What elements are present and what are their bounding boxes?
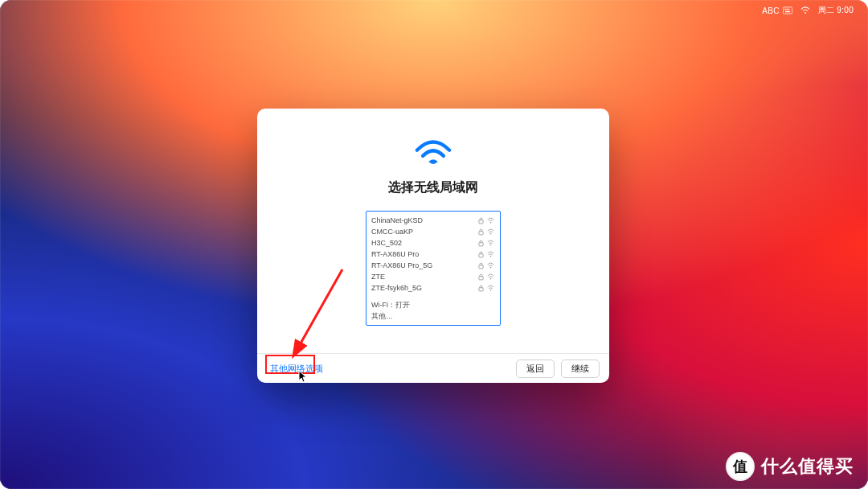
svg-rect-1 — [784, 9, 786, 10]
menubar-clock[interactable]: 周二 9:00 — [818, 5, 854, 16]
wifi-network-row[interactable]: RT-AX86U Pro — [366, 249, 500, 260]
svg-point-5 — [805, 12, 806, 14]
lock-icon — [476, 251, 485, 258]
sheet-footer: 其他网络选项 返回 继续 — [257, 353, 609, 383]
svg-rect-16 — [478, 276, 482, 279]
svg-point-15 — [489, 267, 491, 269]
svg-point-9 — [489, 233, 491, 235]
svg-point-7 — [489, 222, 491, 224]
page-title: 选择无线局域网 — [388, 179, 478, 196]
watermark-badge: 值 — [726, 452, 755, 481]
lock-icon — [476, 217, 485, 224]
wifi-other-row[interactable]: 其他… — [366, 310, 500, 322]
wifi-network-list[interactable]: ChinaNet-gKSDCMCC-uaKPH3C_502RT-AX86U Pr… — [366, 211, 501, 326]
svg-rect-14 — [478, 265, 482, 268]
wifi-network-row[interactable]: ZTE-fsyk6h_5G — [366, 282, 500, 294]
wifi-network-name: ZTE-fsyk6h_5G — [371, 284, 476, 292]
wifi-network-row[interactable]: H3C_502 — [366, 237, 500, 249]
wifi-network-name: H3C_502 — [371, 239, 476, 247]
lock-icon — [476, 273, 485, 281]
svg-rect-0 — [783, 7, 792, 14]
other-network-options-link[interactable]: 其他网络选项 — [267, 361, 326, 376]
wifi-network-row[interactable]: ZTE — [366, 271, 500, 282]
keyboard-icon — [783, 6, 792, 14]
svg-rect-12 — [478, 253, 482, 257]
lock-icon — [476, 285, 485, 292]
input-method-indicator[interactable]: ABC — [762, 6, 792, 15]
svg-point-19 — [489, 290, 491, 291]
svg-rect-8 — [478, 231, 482, 234]
svg-rect-18 — [478, 287, 482, 290]
wifi-network-row[interactable]: ChinaNet-gKSD — [366, 215, 500, 226]
watermark: 值 什么值得买 — [726, 452, 854, 481]
lock-icon — [476, 240, 485, 247]
continue-button[interactable]: 继续 — [561, 360, 600, 378]
wifi-signal-icon — [485, 273, 495, 281]
wifi-signal-icon — [485, 262, 495, 269]
svg-rect-2 — [786, 9, 788, 10]
wifi-network-name: ChinaNet-gKSD — [371, 216, 476, 224]
watermark-text: 什么值得买 — [761, 454, 854, 479]
svg-rect-4 — [785, 11, 790, 13]
svg-point-11 — [489, 244, 491, 246]
wifi-signal-icon — [485, 228, 495, 236]
wifi-network-name: RT-AX86U Pro — [371, 250, 476, 258]
svg-point-17 — [489, 278, 491, 280]
wifi-network-name: ZTE — [371, 273, 476, 281]
input-method-label: ABC — [762, 6, 779, 15]
wifi-network-name: CMCC-uaKP — [371, 228, 476, 236]
wifi-signal-icon — [485, 285, 495, 292]
wifi-network-name: RT-AX86U Pro_5G — [371, 261, 476, 269]
wifi-status-row[interactable]: Wi-Fi：打开 — [366, 299, 500, 310]
svg-rect-10 — [478, 242, 482, 245]
setup-assistant-window: 选择无线局域网 ChinaNet-gKSDCMCC-uaKPH3C_502RT-… — [257, 109, 609, 383]
lock-icon — [476, 228, 485, 236]
svg-point-13 — [489, 256, 491, 257]
menubar-status: ABC 周二 9:00 — [762, 5, 854, 16]
back-button[interactable]: 返回 — [516, 360, 555, 378]
lock-icon — [476, 262, 485, 269]
svg-rect-6 — [478, 220, 482, 223]
wifi-signal-icon — [485, 217, 495, 224]
wifi-icon — [415, 138, 452, 170]
wifi-network-row[interactable]: RT-AX86U Pro_5G — [366, 260, 500, 271]
wifi-status-icon[interactable] — [800, 6, 810, 14]
wifi-network-row[interactable]: CMCC-uaKP — [366, 226, 500, 237]
wifi-signal-icon — [485, 240, 495, 247]
wifi-signal-icon — [485, 251, 495, 258]
svg-rect-3 — [788, 9, 789, 10]
